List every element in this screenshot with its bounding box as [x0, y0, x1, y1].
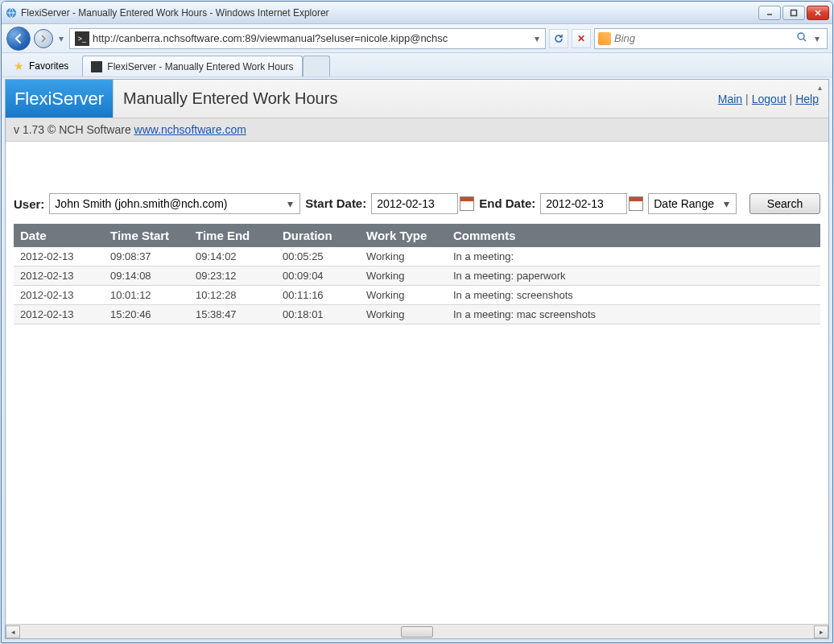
- table-row: 2012-02-1315:20:4615:38:4700:18:01Workin…: [14, 305, 820, 324]
- table-header-row: DateTime StartTime EndDurationWork TypeC…: [14, 224, 820, 247]
- col-comments: Comments: [447, 224, 820, 247]
- calendar-icon[interactable]: [629, 196, 643, 211]
- tab-strip: FlexiServer - Manually Entered Work Hour…: [82, 56, 329, 76]
- favorites-bar: ★ Favorites FlexiServer - Manually Enter…: [2, 53, 832, 77]
- tab-label: FlexiServer - Manually Entered Work Hour…: [107, 61, 293, 72]
- site-icon: >_: [75, 31, 89, 46]
- horizontal-scrollbar: ◂ ▸: [6, 624, 828, 638]
- history-dropdown-icon[interactable]: ▾: [56, 34, 66, 43]
- table-cell: 00:05:25: [276, 247, 360, 266]
- address-bar[interactable]: >_ ▾: [69, 28, 546, 49]
- link-main[interactable]: Main: [718, 93, 742, 105]
- search-button[interactable]: Search: [749, 193, 820, 214]
- search-input[interactable]: [614, 32, 793, 44]
- table-cell: 09:14:02: [189, 247, 276, 266]
- content-body: User: John Smith (john.smith@nch.com) ▾ …: [6, 142, 828, 638]
- calendar-icon[interactable]: [460, 196, 474, 211]
- range-select[interactable]: Date Range ▾: [648, 193, 737, 214]
- table-cell: 15:38:47: [189, 305, 276, 324]
- table-cell: Working: [360, 286, 447, 305]
- table-cell: 2012-02-13: [14, 305, 104, 324]
- table-row: 2012-02-1310:01:1210:12:2800:11:16Workin…: [14, 286, 820, 305]
- table-cell: In a meeting:: [447, 247, 820, 266]
- maximize-button[interactable]: [782, 6, 805, 20]
- tab-active[interactable]: FlexiServer - Manually Entered Work Hour…: [82, 56, 302, 76]
- tab-site-icon: [91, 61, 102, 72]
- start-date-label: Start Date:: [305, 197, 366, 211]
- minimize-button[interactable]: [758, 6, 781, 20]
- user-select[interactable]: John Smith (john.smith@nch.com) ▾: [49, 193, 300, 214]
- table-cell: 09:14:08: [104, 266, 189, 286]
- scroll-up-icon[interactable]: ▴: [812, 80, 827, 94]
- start-date-input[interactable]: [371, 193, 458, 214]
- chevron-down-icon: ▾: [720, 197, 733, 210]
- search-icon[interactable]: [793, 31, 811, 45]
- url-input[interactable]: [93, 32, 531, 44]
- table-cell: 2012-02-13: [14, 266, 104, 286]
- stop-button[interactable]: ✕: [572, 29, 591, 48]
- bing-icon: [598, 32, 611, 45]
- window-frame: FlexiServer - Manually Entered Work Hour…: [1, 1, 833, 643]
- scroll-left-button[interactable]: ◂: [6, 625, 20, 638]
- ie-icon: [5, 6, 18, 19]
- link-logout[interactable]: Logout: [752, 93, 787, 105]
- star-icon: ★: [14, 60, 24, 72]
- page-content: ▴ FlexiServer Manually Entered Work Hour…: [5, 79, 829, 639]
- user-label: User:: [14, 197, 44, 211]
- window-title: FlexiServer - Manually Entered Work Hour…: [21, 7, 758, 19]
- window-controls: [758, 6, 829, 20]
- work-hours-table: DateTime StartTime EndDurationWork TypeC…: [14, 224, 820, 324]
- col-work-type: Work Type: [360, 224, 447, 247]
- table-cell: Working: [360, 305, 447, 324]
- table-cell: In a meeting: screenshots: [447, 286, 820, 305]
- col-time-start: Time Start: [104, 224, 189, 247]
- page-title: Manually Entered Work Hours: [114, 80, 718, 118]
- table-cell: 15:20:46: [104, 305, 189, 324]
- new-tab-button[interactable]: [303, 56, 330, 76]
- table-cell: 2012-02-13: [14, 286, 104, 305]
- version-text: v 1.73 © NCH Software: [14, 123, 134, 136]
- start-date-wrap: [371, 193, 474, 214]
- table-cell: Working: [360, 266, 447, 286]
- nav-bar: ▾ >_ ▾ ✕ ▾: [2, 24, 832, 53]
- svg-rect-2: [791, 10, 797, 15]
- end-date-wrap: [540, 193, 643, 214]
- col-date: Date: [14, 224, 104, 247]
- col-time-end: Time End: [189, 224, 276, 247]
- version-bar: v 1.73 © NCH Software www.nchsoftware.co…: [6, 118, 828, 142]
- scroll-thumb[interactable]: [401, 626, 433, 638]
- table-cell: 09:08:37: [104, 247, 189, 266]
- app-logo: FlexiServer: [6, 80, 114, 118]
- back-button[interactable]: [6, 27, 31, 51]
- close-button[interactable]: [807, 6, 829, 20]
- table-body: 2012-02-1309:08:3709:14:0200:05:25Workin…: [14, 247, 820, 324]
- table-cell: 09:23:12: [189, 266, 276, 286]
- end-date-label: End Date:: [479, 197, 535, 211]
- app-header: FlexiServer Manually Entered Work Hours …: [6, 80, 828, 118]
- favorites-button[interactable]: ★ Favorites: [5, 56, 77, 76]
- table-cell: Working: [360, 247, 447, 266]
- table-cell: 00:11:16: [276, 286, 360, 305]
- table-cell: 00:09:04: [276, 266, 360, 286]
- user-value: John Smith (john.smith@nch.com): [55, 197, 227, 210]
- scroll-track[interactable]: [20, 626, 814, 638]
- search-box[interactable]: ▾: [594, 28, 828, 49]
- table-cell: 00:18:01: [276, 305, 360, 324]
- table-cell: In a meeting: paperwork: [447, 266, 820, 286]
- search-dropdown-icon[interactable]: ▾: [811, 33, 824, 44]
- forward-button[interactable]: [34, 29, 53, 48]
- refresh-button[interactable]: [549, 29, 568, 48]
- version-link[interactable]: www.nchsoftware.com: [134, 123, 246, 136]
- table-row: 2012-02-1309:08:3709:14:0200:05:25Workin…: [14, 247, 820, 266]
- range-value: Date Range: [654, 197, 714, 210]
- scroll-right-button[interactable]: ▸: [814, 625, 828, 638]
- svg-line-4: [803, 39, 806, 41]
- table-row: 2012-02-1309:14:0809:23:1200:09:04Workin…: [14, 266, 820, 286]
- svg-point-3: [798, 33, 804, 39]
- col-duration: Duration: [276, 224, 360, 247]
- address-dropdown-icon[interactable]: ▾: [531, 33, 543, 44]
- table-cell: 10:01:12: [104, 286, 189, 305]
- table-cell: 2012-02-13: [14, 247, 104, 266]
- table-cell: In a meeting: mac screenshots: [447, 305, 820, 324]
- end-date-input[interactable]: [540, 193, 627, 214]
